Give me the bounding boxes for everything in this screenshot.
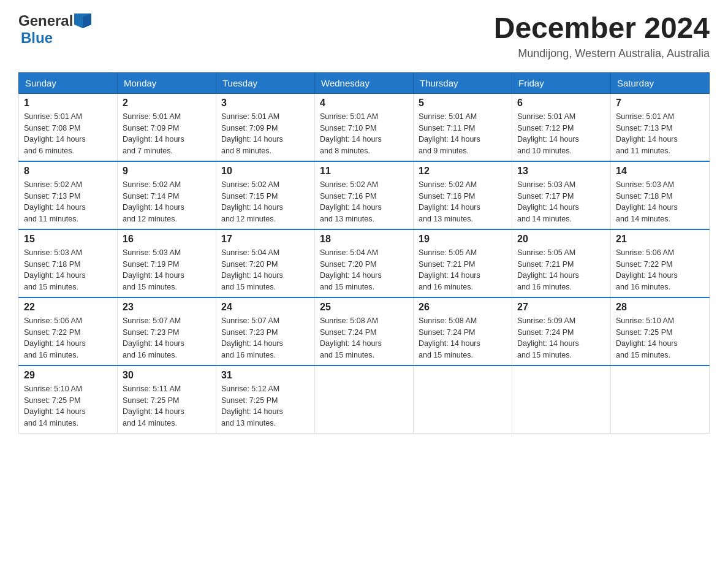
day-info: Sunrise: 5:05 AMSunset: 7:21 PMDaylight:… [419, 247, 507, 293]
calendar-cell: 24Sunrise: 5:07 AMSunset: 7:23 PMDayligh… [216, 297, 315, 366]
day-info: Sunrise: 5:08 AMSunset: 7:24 PMDaylight:… [320, 315, 408, 361]
calendar-cell [611, 366, 710, 434]
location-subtitle: Mundijong, Western Australia, Australia [494, 47, 710, 60]
calendar-header-wednesday: Wednesday [315, 72, 414, 93]
day-info: Sunrise: 5:01 AMSunset: 7:08 PMDaylight:… [24, 111, 112, 157]
calendar-week-row: 29Sunrise: 5:10 AMSunset: 7:25 PMDayligh… [19, 366, 710, 434]
calendar-cell: 25Sunrise: 5:08 AMSunset: 7:24 PMDayligh… [315, 297, 414, 366]
calendar-cell: 26Sunrise: 5:08 AMSunset: 7:24 PMDayligh… [414, 297, 512, 366]
day-number: 14 [616, 166, 704, 177]
day-number: 15 [24, 234, 112, 245]
calendar-cell: 12Sunrise: 5:02 AMSunset: 7:16 PMDayligh… [414, 161, 512, 229]
calendar-cell [512, 366, 611, 434]
day-info: Sunrise: 5:07 AMSunset: 7:23 PMDaylight:… [221, 315, 309, 361]
day-number: 26 [419, 302, 507, 313]
day-info: Sunrise: 5:08 AMSunset: 7:24 PMDaylight:… [419, 315, 507, 361]
day-number: 17 [221, 234, 309, 245]
calendar-cell: 3Sunrise: 5:01 AMSunset: 7:09 PMDaylight… [216, 93, 315, 161]
day-info: Sunrise: 5:03 AMSunset: 7:17 PMDaylight:… [517, 179, 605, 225]
day-number: 11 [320, 166, 408, 177]
calendar-week-row: 15Sunrise: 5:03 AMSunset: 7:18 PMDayligh… [19, 229, 710, 297]
calendar-cell: 17Sunrise: 5:04 AMSunset: 7:20 PMDayligh… [216, 229, 315, 297]
day-info: Sunrise: 5:07 AMSunset: 7:23 PMDaylight:… [123, 315, 211, 361]
day-info: Sunrise: 5:12 AMSunset: 7:25 PMDaylight:… [221, 383, 309, 429]
calendar-cell: 2Sunrise: 5:01 AMSunset: 7:09 PMDaylight… [118, 93, 216, 161]
logo: General Blue [18, 12, 91, 47]
calendar-header-friday: Friday [512, 72, 611, 93]
day-number: 8 [24, 166, 112, 177]
day-number: 23 [123, 302, 211, 313]
month-title: December 2024 [494, 12, 710, 45]
day-number: 6 [517, 98, 605, 109]
day-number: 1 [24, 98, 112, 109]
calendar-cell: 5Sunrise: 5:01 AMSunset: 7:11 PMDaylight… [414, 93, 512, 161]
day-info: Sunrise: 5:04 AMSunset: 7:20 PMDaylight:… [320, 247, 408, 293]
day-info: Sunrise: 5:10 AMSunset: 7:25 PMDaylight:… [616, 315, 704, 361]
calendar-header-thursday: Thursday [414, 72, 512, 93]
calendar-header-row: SundayMondayTuesdayWednesdayThursdayFrid… [19, 72, 710, 93]
day-number: 30 [123, 370, 211, 381]
day-number: 31 [221, 370, 309, 381]
day-info: Sunrise: 5:10 AMSunset: 7:25 PMDaylight:… [24, 383, 112, 429]
day-number: 21 [616, 234, 704, 245]
calendar-cell: 7Sunrise: 5:01 AMSunset: 7:13 PMDaylight… [611, 93, 710, 161]
day-info: Sunrise: 5:01 AMSunset: 7:13 PMDaylight:… [616, 111, 704, 157]
day-info: Sunrise: 5:03 AMSunset: 7:18 PMDaylight:… [24, 247, 112, 293]
calendar-cell: 10Sunrise: 5:02 AMSunset: 7:15 PMDayligh… [216, 161, 315, 229]
logo-blue-text: Blue [21, 29, 53, 47]
day-info: Sunrise: 5:09 AMSunset: 7:24 PMDaylight:… [517, 315, 605, 361]
day-info: Sunrise: 5:02 AMSunset: 7:16 PMDaylight:… [320, 179, 408, 225]
calendar-cell: 11Sunrise: 5:02 AMSunset: 7:16 PMDayligh… [315, 161, 414, 229]
title-area: December 2024 Mundijong, Western Austral… [494, 12, 710, 60]
calendar-cell: 15Sunrise: 5:03 AMSunset: 7:18 PMDayligh… [19, 229, 118, 297]
calendar-cell: 20Sunrise: 5:05 AMSunset: 7:21 PMDayligh… [512, 229, 611, 297]
calendar-header-saturday: Saturday [611, 72, 710, 93]
day-number: 3 [221, 98, 309, 109]
day-number: 29 [24, 370, 112, 381]
calendar-cell [414, 366, 512, 434]
calendar-cell: 4Sunrise: 5:01 AMSunset: 7:10 PMDaylight… [315, 93, 414, 161]
page-header: General Blue December 2024 Mundijong, We… [18, 12, 710, 60]
day-info: Sunrise: 5:01 AMSunset: 7:12 PMDaylight:… [517, 111, 605, 157]
calendar-cell: 23Sunrise: 5:07 AMSunset: 7:23 PMDayligh… [118, 297, 216, 366]
calendar-cell: 16Sunrise: 5:03 AMSunset: 7:19 PMDayligh… [118, 229, 216, 297]
day-number: 7 [616, 98, 704, 109]
calendar-cell: 9Sunrise: 5:02 AMSunset: 7:14 PMDaylight… [118, 161, 216, 229]
calendar-cell: 30Sunrise: 5:11 AMSunset: 7:25 PMDayligh… [118, 366, 216, 434]
calendar-cell: 29Sunrise: 5:10 AMSunset: 7:25 PMDayligh… [19, 366, 118, 434]
day-number: 20 [517, 234, 605, 245]
calendar-cell: 8Sunrise: 5:02 AMSunset: 7:13 PMDaylight… [19, 161, 118, 229]
day-info: Sunrise: 5:02 AMSunset: 7:14 PMDaylight:… [123, 179, 211, 225]
calendar-week-row: 1Sunrise: 5:01 AMSunset: 7:08 PMDaylight… [19, 93, 710, 161]
day-info: Sunrise: 5:03 AMSunset: 7:19 PMDaylight:… [123, 247, 211, 293]
day-info: Sunrise: 5:01 AMSunset: 7:10 PMDaylight:… [320, 111, 408, 157]
calendar-cell: 21Sunrise: 5:06 AMSunset: 7:22 PMDayligh… [611, 229, 710, 297]
calendar-header-sunday: Sunday [19, 72, 118, 93]
calendar-cell: 19Sunrise: 5:05 AMSunset: 7:21 PMDayligh… [414, 229, 512, 297]
calendar-cell [315, 366, 414, 434]
day-number: 9 [123, 166, 211, 177]
calendar-cell: 31Sunrise: 5:12 AMSunset: 7:25 PMDayligh… [216, 366, 315, 434]
day-info: Sunrise: 5:06 AMSunset: 7:22 PMDaylight:… [616, 247, 704, 293]
day-info: Sunrise: 5:01 AMSunset: 7:11 PMDaylight:… [419, 111, 507, 157]
calendar-table: SundayMondayTuesdayWednesdayThursdayFrid… [18, 72, 710, 434]
calendar-cell: 6Sunrise: 5:01 AMSunset: 7:12 PMDaylight… [512, 93, 611, 161]
day-number: 5 [419, 98, 507, 109]
day-number: 2 [123, 98, 211, 109]
calendar-header-monday: Monday [118, 72, 216, 93]
day-number: 10 [221, 166, 309, 177]
day-info: Sunrise: 5:02 AMSunset: 7:16 PMDaylight:… [419, 179, 507, 225]
day-info: Sunrise: 5:04 AMSunset: 7:20 PMDaylight:… [221, 247, 309, 293]
day-info: Sunrise: 5:02 AMSunset: 7:13 PMDaylight:… [24, 179, 112, 225]
calendar-cell: 13Sunrise: 5:03 AMSunset: 7:17 PMDayligh… [512, 161, 611, 229]
day-number: 12 [419, 166, 507, 177]
day-number: 25 [320, 302, 408, 313]
day-info: Sunrise: 5:05 AMSunset: 7:21 PMDaylight:… [517, 247, 605, 293]
logo-arrow-icon [74, 13, 91, 28]
day-info: Sunrise: 5:11 AMSunset: 7:25 PMDaylight:… [123, 383, 211, 429]
day-info: Sunrise: 5:03 AMSunset: 7:18 PMDaylight:… [616, 179, 704, 225]
day-number: 22 [24, 302, 112, 313]
day-info: Sunrise: 5:06 AMSunset: 7:22 PMDaylight:… [24, 315, 112, 361]
calendar-week-row: 8Sunrise: 5:02 AMSunset: 7:13 PMDaylight… [19, 161, 710, 229]
calendar-cell: 27Sunrise: 5:09 AMSunset: 7:24 PMDayligh… [512, 297, 611, 366]
